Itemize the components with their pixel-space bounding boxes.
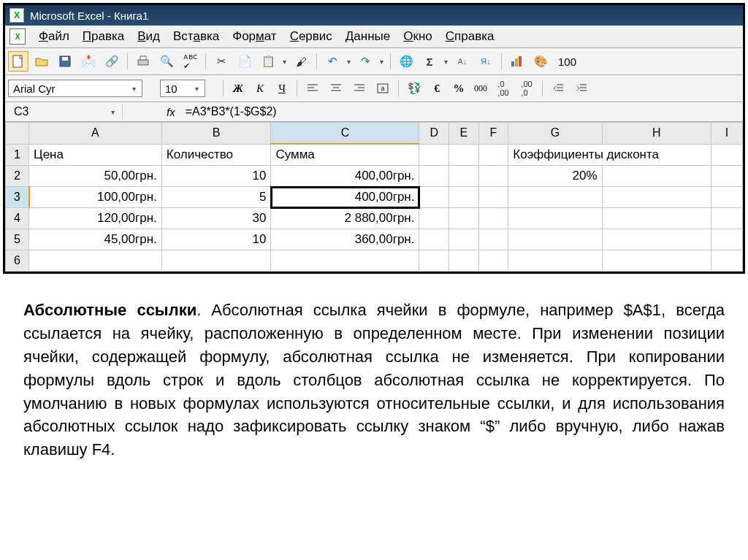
euro-button[interactable]: € — [427, 80, 446, 97]
drawing-button[interactable]: 🎨 — [530, 51, 551, 72]
cell-A6[interactable] — [29, 250, 162, 272]
cell-E6[interactable] — [449, 250, 479, 272]
cell-B1[interactable]: Количество — [161, 144, 271, 166]
cell-C3[interactable]: 400,00грн. — [271, 187, 419, 208]
cell-I3[interactable] — [711, 187, 743, 208]
cell-F2[interactable] — [478, 166, 508, 187]
align-right-button[interactable] — [349, 78, 370, 99]
cell-I4[interactable] — [711, 208, 743, 229]
col-header-F[interactable]: F — [478, 123, 508, 145]
underline-button[interactable]: Ч — [272, 80, 291, 97]
percent-button[interactable]: % — [449, 80, 468, 97]
cell-F3[interactable] — [478, 187, 508, 208]
merge-center-button[interactable]: a — [373, 78, 393, 99]
paste-button[interactable]: 📋 — [258, 51, 278, 72]
fx-label[interactable]: fx — [123, 106, 183, 118]
cut-button[interactable]: ✂ — [211, 51, 232, 72]
align-center-button[interactable] — [326, 78, 346, 99]
redo-dropdown[interactable]: ▾ — [378, 58, 385, 66]
row-header-6[interactable]: 6 — [6, 250, 29, 272]
decrease-decimal-button[interactable]: ,00,0 — [516, 78, 537, 99]
cell-G3[interactable] — [508, 187, 602, 208]
format-painter-button[interactable]: 🖌 — [291, 51, 311, 72]
cell-F5[interactable] — [478, 229, 508, 250]
col-header-D[interactable]: D — [419, 123, 449, 145]
menu-window[interactable]: Окно — [403, 29, 432, 44]
italic-button[interactable]: К — [251, 80, 270, 97]
email-button[interactable]: 🔗 — [102, 51, 122, 72]
cell-A1[interactable]: Цена — [29, 144, 162, 166]
cell-C4[interactable]: 2 880,00грн. — [271, 208, 419, 229]
cell-G5[interactable] — [508, 229, 602, 250]
cell-E1[interactable] — [449, 144, 479, 166]
cell-B2[interactable]: 10 — [161, 166, 271, 187]
cell-I6[interactable] — [711, 250, 743, 272]
name-box[interactable]: C3 ▾ — [8, 104, 123, 120]
cell-H6[interactable] — [602, 250, 711, 272]
increase-decimal-button[interactable]: ,0,00 — [493, 78, 514, 99]
col-header-B[interactable]: B — [161, 123, 271, 145]
cell-G1[interactable]: Коэффициенты дисконта — [508, 144, 711, 166]
decrease-indent-button[interactable] — [548, 78, 568, 99]
cell-H3[interactable] — [602, 187, 711, 208]
cell-G2[interactable]: 20% — [508, 166, 602, 187]
cell-F6[interactable] — [478, 250, 508, 272]
cell-E4[interactable] — [449, 208, 479, 229]
cell-A3[interactable]: 100,00грн. — [29, 187, 162, 208]
hyperlink-button[interactable]: 🌐 — [396, 51, 416, 72]
open-button[interactable] — [31, 51, 52, 72]
formula-input[interactable]: =A3*B3*(1-$G$2) — [183, 104, 740, 120]
cell-H4[interactable] — [602, 208, 711, 229]
cell-B4[interactable]: 30 — [161, 208, 271, 229]
undo-button[interactable]: ↶ — [322, 51, 343, 72]
sort-asc-button[interactable]: А↓ — [452, 51, 473, 72]
cell-D6[interactable] — [419, 250, 449, 272]
col-header-I[interactable]: I — [711, 123, 743, 145]
save-button[interactable] — [55, 51, 75, 72]
cell-B6[interactable] — [161, 250, 271, 272]
cell-E3[interactable] — [449, 187, 479, 208]
cell-G6[interactable] — [508, 250, 602, 272]
increase-indent-button[interactable] — [571, 78, 592, 99]
chart-button[interactable] — [507, 51, 527, 72]
cell-H5[interactable] — [602, 229, 711, 250]
undo-dropdown[interactable]: ▾ — [346, 58, 352, 66]
cell-D3[interactable] — [419, 187, 449, 208]
col-header-C[interactable]: C — [271, 123, 419, 145]
new-doc-button[interactable] — [8, 51, 28, 72]
sort-desc-button[interactable]: Я↓ — [476, 51, 496, 72]
paste-dropdown[interactable]: ▾ — [281, 58, 288, 66]
cell-G4[interactable] — [508, 208, 602, 229]
cell-C6[interactable] — [271, 250, 419, 272]
align-left-button[interactable] — [302, 78, 323, 99]
cell-D2[interactable] — [419, 166, 449, 187]
cell-C1[interactable]: Сумма — [271, 144, 419, 166]
cell-A4[interactable]: 120,00грн. — [29, 208, 162, 229]
col-header-E[interactable]: E — [449, 123, 479, 145]
cell-D4[interactable] — [419, 208, 449, 229]
col-header-G[interactable]: G — [508, 123, 602, 145]
preview-button[interactable]: 🔍 — [156, 51, 177, 72]
col-header-A[interactable]: A — [29, 123, 162, 145]
cell-D5[interactable] — [419, 229, 449, 250]
cell-I5[interactable] — [711, 229, 743, 250]
cell-A5[interactable]: 45,00грн. — [29, 229, 162, 250]
font-selector[interactable]: Arial Cyr ▾ — [8, 80, 142, 97]
row-header-2[interactable]: 2 — [6, 166, 29, 187]
zoom-value[interactable]: 100 — [558, 55, 576, 68]
redo-button[interactable]: ↷ — [355, 51, 375, 72]
menu-insert[interactable]: Вставка — [173, 29, 219, 44]
font-size-selector[interactable]: 10 ▾ — [160, 80, 205, 97]
cell-H2[interactable] — [602, 166, 711, 187]
cell-E5[interactable] — [449, 229, 479, 250]
bold-button[interactable]: Ж — [229, 80, 248, 97]
menu-tools[interactable]: Сервис — [290, 29, 332, 44]
cell-B5[interactable]: 10 — [161, 229, 271, 250]
cell-C2[interactable]: 400,00грн. — [271, 166, 419, 187]
row-header-4[interactable]: 4 — [6, 208, 29, 229]
thousands-button[interactable]: 000 — [471, 80, 490, 97]
col-header-H[interactable]: H — [602, 123, 711, 145]
menu-format[interactable]: Формат — [232, 29, 276, 44]
cell-A2[interactable]: 50,00грн. — [29, 166, 162, 187]
cell-I2[interactable] — [711, 166, 743, 187]
